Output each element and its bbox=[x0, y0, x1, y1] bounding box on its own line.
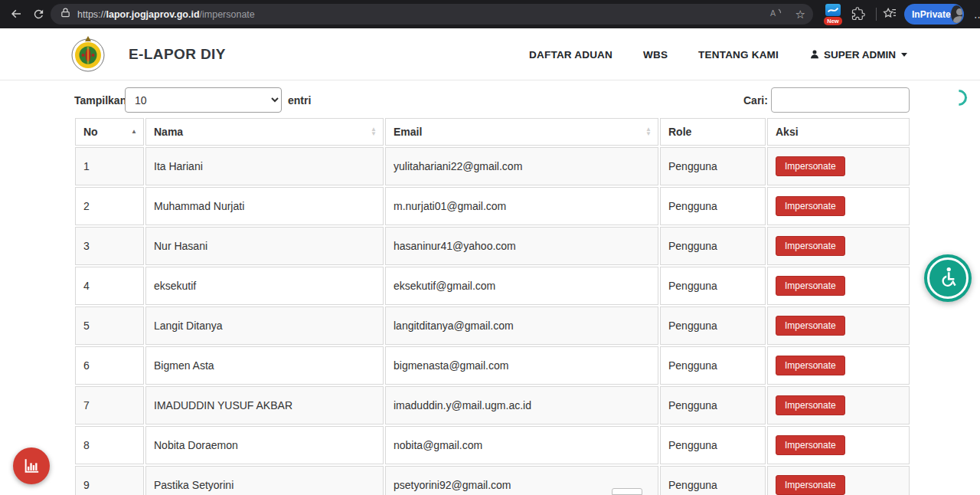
column-header-email[interactable]: Email▲▼ bbox=[385, 118, 658, 146]
table-row: 1 Ita Hariani yulitahariani22@gmail.com … bbox=[75, 147, 910, 185]
impersonate-button[interactable]: Impersonate bbox=[776, 395, 845, 415]
back-icon[interactable] bbox=[9, 7, 23, 21]
nav-wbs[interactable]: WBS bbox=[643, 49, 668, 61]
search-label: Cari: bbox=[743, 94, 768, 107]
user-icon bbox=[809, 49, 820, 60]
site-header: E-LAPOR DIY DAFTAR ADUAN WBS TENTANG KAM… bbox=[0, 28, 980, 80]
pagination-button-partial[interactable] bbox=[612, 488, 642, 495]
table-row: 7 IMADUDDIN YUSUF AKBAR imaduddin.y@mail… bbox=[75, 386, 910, 425]
sort-icon: ▲▼ bbox=[371, 127, 377, 136]
cell-aksi: Impersonate bbox=[767, 346, 910, 385]
table-row: 8 Nobita Doraemon nobita@gmail.com Pengg… bbox=[75, 426, 910, 464]
cell-email: m.nurjati01@gmail.com bbox=[385, 187, 658, 225]
entries-label: entri bbox=[288, 94, 311, 107]
impersonate-button[interactable]: Impersonate bbox=[776, 475, 845, 495]
extensions-puzzle-icon[interactable] bbox=[851, 7, 865, 21]
table-header-row: No▲ Nama▲▼ Email▲▼ Role Aksi bbox=[75, 118, 910, 146]
favorites-collections-icon[interactable] bbox=[883, 7, 897, 21]
address-bar[interactable]: https://lapor.jogjaprov.go.id/impersonat… bbox=[51, 4, 813, 25]
cell-nama: Pastika Setyorini bbox=[145, 466, 384, 495]
cell-no: 2 bbox=[75, 187, 144, 225]
cell-aksi: Impersonate bbox=[767, 147, 910, 185]
browser-titlebar: https://lapor.jogjaprov.go.id/impersonat… bbox=[0, 0, 980, 28]
cell-role: Pengguna bbox=[660, 307, 766, 345]
cell-role: Pengguna bbox=[660, 386, 766, 425]
cell-aksi: Impersonate bbox=[767, 307, 910, 345]
cell-nama: Nobita Doraemon bbox=[145, 426, 384, 464]
table-row: 9 Pastika Setyorini psetyorini92@gmail.c… bbox=[75, 466, 910, 495]
cell-no: 4 bbox=[75, 267, 144, 305]
table-row: 4 eksekutif eksekutif@gmail.com Pengguna… bbox=[75, 267, 910, 305]
column-header-role[interactable]: Role bbox=[660, 118, 766, 146]
cell-role: Pengguna bbox=[660, 147, 766, 185]
impersonate-button[interactable]: Impersonate bbox=[776, 236, 845, 256]
cell-no: 8 bbox=[75, 426, 144, 464]
read-aloud-icon[interactable]: A bbox=[769, 6, 785, 23]
cell-nama: Ita Hariani bbox=[145, 147, 384, 185]
impersonate-button[interactable]: Impersonate bbox=[776, 156, 845, 176]
cell-email: yulitahariani22@gmail.com bbox=[385, 147, 658, 185]
profile-avatar[interactable] bbox=[951, 5, 962, 23]
cell-role: Pengguna bbox=[660, 267, 766, 305]
search-input[interactable] bbox=[771, 87, 910, 113]
table-row: 5 Langit Ditanya langitditanya@gmail.com… bbox=[75, 307, 910, 345]
cell-no: 5 bbox=[75, 307, 144, 345]
cell-no: 6 bbox=[75, 346, 144, 385]
column-header-nama[interactable]: Nama▲▼ bbox=[145, 118, 384, 146]
browser-more-icon[interactable]: ⋯ bbox=[974, 11, 980, 16]
cell-role: Pengguna bbox=[660, 227, 766, 265]
jogja-provincial-logo bbox=[70, 35, 106, 77]
cell-email: langitditanya@gmail.com bbox=[385, 307, 658, 345]
table-row: 2 Muhammad Nurjati m.nurjati01@gmail.com… bbox=[75, 187, 910, 225]
cell-aksi: Impersonate bbox=[767, 267, 910, 305]
cell-aksi: Impersonate bbox=[767, 386, 910, 425]
impersonate-button[interactable]: Impersonate bbox=[776, 196, 845, 216]
cell-role: Pengguna bbox=[660, 187, 766, 225]
statistics-button[interactable] bbox=[13, 447, 50, 484]
column-header-aksi: Aksi bbox=[767, 118, 910, 146]
cell-nama: eksekutif bbox=[145, 267, 384, 305]
new-badge: New bbox=[824, 17, 842, 25]
svg-text:A: A bbox=[770, 8, 776, 18]
cell-aksi: Impersonate bbox=[767, 187, 910, 225]
impersonate-button[interactable]: Impersonate bbox=[776, 435, 845, 455]
url-text: https://lapor.jogjaprov.go.id/impersonat… bbox=[77, 9, 769, 20]
cell-nama: Nur Hasani bbox=[145, 227, 384, 265]
impersonate-button[interactable]: Impersonate bbox=[776, 276, 845, 296]
nav-tentang-kami[interactable]: TENTANG KAMI bbox=[698, 49, 779, 61]
cell-nama: Langit Ditanya bbox=[145, 307, 384, 345]
cell-nama: Bigmen Asta bbox=[145, 346, 384, 385]
cell-email: hasaninur41@yahoo.com bbox=[385, 227, 658, 265]
cell-role: Pengguna bbox=[660, 426, 766, 464]
inprivate-badge[interactable]: InPrivate bbox=[904, 4, 964, 25]
cell-aksi: Impersonate bbox=[767, 227, 910, 265]
page-size-select[interactable]: 10 bbox=[125, 87, 282, 113]
favorite-star-icon[interactable]: ☆ bbox=[795, 8, 805, 20]
nav-daftar-aduan[interactable]: DAFTAR ADUAN bbox=[529, 49, 612, 61]
lock-icon bbox=[60, 7, 71, 21]
cell-email: bigmenasta@gmail.com bbox=[385, 346, 658, 385]
table-row: 6 Bigmen Asta bigmenasta@gmail.com Pengg… bbox=[75, 346, 910, 385]
cell-no: 9 bbox=[75, 466, 144, 495]
impersonate-button[interactable]: Impersonate bbox=[776, 316, 845, 336]
users-table: No▲ Nama▲▼ Email▲▼ Role Aksi 1 Ita Haria… bbox=[74, 116, 910, 495]
cell-role: Pengguna bbox=[660, 466, 766, 495]
extension-new-icon[interactable]: New bbox=[824, 3, 842, 25]
column-header-no[interactable]: No▲ bbox=[75, 118, 144, 146]
cell-nama: IMADUDDIN YUSUF AKBAR bbox=[145, 386, 384, 425]
user-menu-super-admin[interactable]: SUPER ADMIN bbox=[809, 49, 907, 61]
wheelchair-icon bbox=[936, 266, 959, 289]
cell-no: 1 bbox=[75, 147, 144, 185]
page-size-label: Tampilkan bbox=[74, 94, 126, 107]
user-menu-label: SUPER ADMIN bbox=[824, 49, 896, 61]
loading-spinner bbox=[948, 87, 971, 110]
accessibility-widget-button[interactable] bbox=[924, 254, 972, 302]
cell-nama: Muhammad Nurjati bbox=[145, 187, 384, 225]
impersonate-button[interactable]: Impersonate bbox=[776, 356, 845, 375]
cell-no: 3 bbox=[75, 227, 144, 265]
toolbar-divider bbox=[876, 8, 877, 21]
refresh-icon[interactable] bbox=[32, 8, 45, 21]
main-nav: DAFTAR ADUAN WBS TENTANG KAMI SUPER ADMI… bbox=[529, 28, 907, 80]
page-title: E-LAPOR DIY bbox=[129, 46, 226, 63]
cell-email: nobita@gmail.com bbox=[385, 426, 658, 464]
